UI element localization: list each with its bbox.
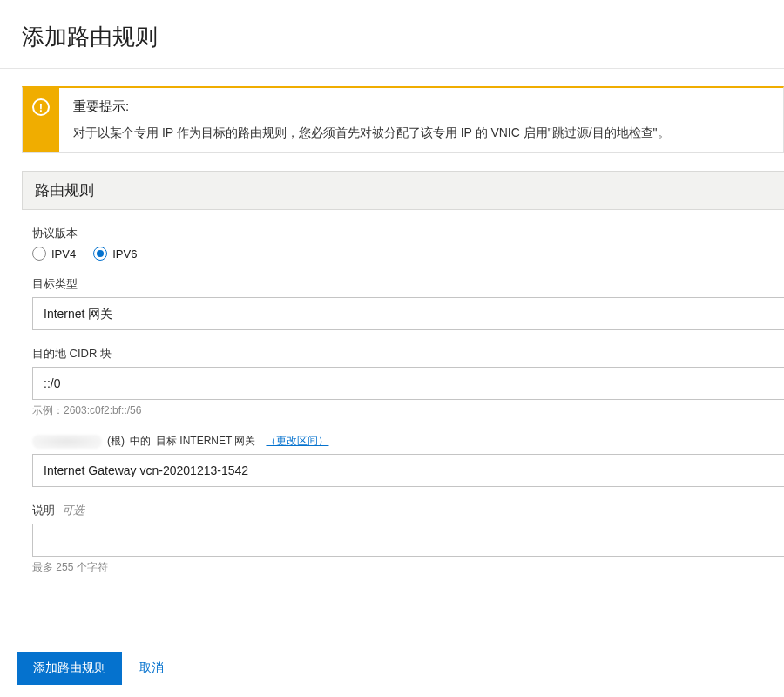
radio-ipv6[interactable]: IPV6 — [93, 247, 137, 261]
target-type-field: 目标类型 Internet 网关 — [32, 276, 784, 330]
description-label-text: 说明 — [32, 504, 55, 517]
cidr-label: 目的地 CIDR 块 — [32, 346, 784, 362]
compartment-name-redacted — [32, 435, 102, 449]
protocol-label: 协议版本 — [32, 226, 784, 241]
radio-ipv4[interactable]: IPV4 — [32, 247, 76, 261]
target-gateway-select[interactable]: Internet Gateway vcn-20201213-1542 — [32, 454, 784, 487]
form-body: 协议版本 IPV4 IPV6 目标类型 Internet 网关 目的地 CIDR… — [22, 210, 784, 606]
description-field: 说明 可选 最多 255 个字符 — [32, 503, 784, 575]
alert-title: 重要提示: — [73, 98, 769, 115]
page-title: 添加路由规则 — [22, 22, 762, 52]
description-help: 最多 255 个字符 — [32, 560, 784, 575]
compartment-middle: 中的 — [130, 434, 151, 449]
alert-description: 对于以某个专用 IP 作为目标的路由规则，您必须首先对被分配了该专用 IP 的 … — [73, 124, 769, 142]
target-type-select[interactable]: Internet 网关 — [32, 297, 784, 330]
alert-body: 重要提示: 对于以某个专用 IP 作为目标的路由规则，您必须首先对被分配了该专用… — [59, 88, 783, 152]
compartment-root-suffix: (根) — [107, 434, 125, 449]
protocol-field: 协议版本 IPV4 IPV6 — [32, 226, 784, 261]
submit-button[interactable]: 添加路由规则 — [17, 652, 122, 685]
description-label: 说明 可选 — [32, 503, 784, 518]
cidr-field: 目的地 CIDR 块 示例：2603:c0f2:bf::/56 — [32, 346, 784, 418]
radio-label-ipv4: IPV4 — [51, 247, 76, 261]
alert-icon-box: ! — [23, 88, 59, 152]
change-compartment-link[interactable]: （更改区间） — [266, 434, 328, 449]
radio-icon — [32, 247, 46, 261]
protocol-radio-group: IPV4 IPV6 — [32, 247, 784, 261]
cidr-input[interactable] — [32, 367, 784, 400]
radio-label-ipv6: IPV6 — [112, 247, 137, 261]
dialog-footer: 添加路由规则 取消 — [0, 639, 784, 697]
cidr-help: 示例：2603:c0f2:bf::/56 — [32, 403, 784, 418]
compartment-label-row: (根) 中的 目标 INTERNET 网关 （更改区间） — [32, 434, 784, 449]
section-header: 路由规则 — [22, 171, 784, 210]
radio-icon — [93, 247, 107, 261]
warning-icon: ! — [32, 98, 50, 116]
important-alert: ! 重要提示: 对于以某个专用 IP 作为目标的路由规则，您必须首先对被分配了该… — [22, 86, 784, 153]
dialog-header: 添加路由规则 — [0, 0, 784, 69]
description-input[interactable] — [32, 524, 784, 557]
cancel-button[interactable]: 取消 — [139, 660, 164, 676]
compartment-field: (根) 中的 目标 INTERNET 网关 （更改区间） Internet Ga… — [32, 434, 784, 487]
target-type-label: 目标类型 — [32, 276, 784, 292]
description-optional: 可选 — [62, 504, 84, 517]
dialog-content: ! 重要提示: 对于以某个专用 IP 作为目标的路由规则，您必须首先对被分配了该… — [0, 69, 784, 606]
compartment-target-label: 目标 INTERNET 网关 — [156, 434, 255, 449]
